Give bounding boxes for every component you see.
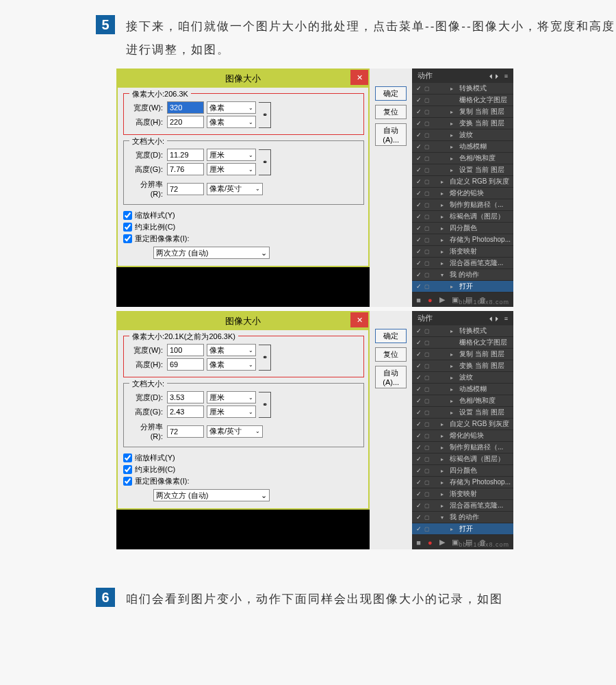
record-icon[interactable]: ● bbox=[428, 538, 433, 547]
doc-height-unit-select[interactable]: 厘米⌄ bbox=[207, 406, 256, 418]
triangle-icon: ▸ bbox=[450, 526, 457, 532]
panel-tabs-icon[interactable]: ⏴⏵ bbox=[488, 73, 500, 79]
constrain-checkbox[interactable] bbox=[123, 223, 132, 232]
stop-icon[interactable]: ■ bbox=[416, 296, 421, 304]
action-row[interactable]: ✓▢▸ 复制 当前 图层 bbox=[412, 349, 513, 360]
action-label: ▸ 自定义 RGB 到灰度 bbox=[431, 177, 511, 186]
doc-height-input[interactable] bbox=[167, 406, 204, 418]
action-dialog-icon: ▢ bbox=[423, 328, 431, 334]
record-icon[interactable]: ● bbox=[428, 296, 433, 304]
interpolation-select[interactable]: 两次立方 (自动)⌄ bbox=[153, 489, 270, 501]
action-row[interactable]: ✓▢▸ 打开 bbox=[412, 523, 513, 535]
height-unit-select[interactable]: 像素⌄ bbox=[207, 116, 256, 128]
folder-icon[interactable]: ▣ bbox=[452, 295, 459, 304]
play-icon[interactable]: ▶ bbox=[439, 538, 445, 547]
action-row[interactable]: ✓▢▸ 棕褐色调（图层） bbox=[412, 211, 513, 223]
action-row[interactable]: ✓▢▸ 动感模糊 bbox=[412, 141, 513, 153]
constrain-checkbox[interactable] bbox=[123, 465, 132, 474]
action-row[interactable]: ✓▢▸ 熔化的铅块 bbox=[412, 188, 513, 199]
action-row[interactable]: ✓▢▸ 色相/饱和度 bbox=[412, 153, 513, 164]
panel-tabs-icon[interactable]: ⏴⏵ bbox=[488, 315, 500, 322]
action-row[interactable]: ✓▢ 栅格化文字图层 bbox=[412, 337, 513, 349]
action-label: ▸ 复制 当前 图层 bbox=[431, 349, 511, 359]
action-row[interactable]: ✓▢▸ 混合器画笔克隆... bbox=[412, 258, 513, 269]
action-row[interactable]: ✓▢▸ 制作剪贴路径（... bbox=[412, 199, 513, 211]
action-row[interactable]: ✓▢▾ 我 的动作 bbox=[412, 512, 513, 523]
action-row[interactable]: ✓▢ 栅格化文字图层 bbox=[412, 95, 513, 106]
action-row[interactable]: ✓▢▸ 棕褐色调（图层） bbox=[412, 453, 513, 465]
action-row[interactable]: ✓▢▸ 制作剪贴路径（... bbox=[412, 442, 513, 453]
action-row[interactable]: ✓▢▸ 打开 bbox=[412, 281, 513, 292]
action-check-icon: ✓ bbox=[415, 213, 423, 220]
action-row[interactable]: ✓▢▸ 色相/饱和度 bbox=[412, 395, 513, 407]
action-row[interactable]: ✓▢▸ 熔化的铅块 bbox=[412, 430, 513, 442]
watermark: bbs.16xx8.com bbox=[459, 299, 509, 306]
width-input[interactable] bbox=[167, 101, 204, 114]
action-check-icon: ✓ bbox=[415, 432, 423, 439]
resolution-input[interactable] bbox=[167, 183, 204, 195]
action-row[interactable]: ✓▢▸ 自定义 RGB 到灰度 bbox=[412, 419, 513, 430]
action-row[interactable]: ✓▢▸ 转换模式 bbox=[412, 83, 513, 95]
doc-width-unit-select[interactable]: 厘米⌄ bbox=[207, 391, 256, 403]
action-label: ▸ 混合器画笔克隆... bbox=[431, 501, 511, 510]
resample-checkbox[interactable] bbox=[123, 234, 132, 243]
panel-menu-icon[interactable]: ≡ bbox=[504, 315, 508, 322]
action-row[interactable]: ✓▢▸ 设置 当前 图层 bbox=[412, 407, 513, 419]
doc-width-unit-select[interactable]: 厘米⌄ bbox=[207, 149, 256, 161]
stop-icon[interactable]: ■ bbox=[416, 538, 421, 547]
action-row[interactable]: ✓▢▸ 复制 当前 图层 bbox=[412, 106, 513, 118]
width-unit-select[interactable]: 像素⌄ bbox=[207, 101, 256, 114]
resolution-unit-select[interactable]: 像素/英寸⌄ bbox=[207, 425, 263, 438]
height-unit-select[interactable]: 像素⌄ bbox=[207, 358, 256, 371]
action-dialog-icon: ▢ bbox=[423, 398, 431, 404]
action-row[interactable]: ✓▢▸ 四分颜色 bbox=[412, 223, 513, 234]
action-row[interactable]: ✓▢▾ 我 的动作 bbox=[412, 269, 513, 281]
action-row[interactable]: ✓▢▸ 混合器画笔克隆... bbox=[412, 500, 513, 512]
scale-styles-checkbox[interactable] bbox=[123, 211, 132, 220]
ok-button[interactable]: 确定 bbox=[375, 329, 407, 343]
action-label: ▸ 转换模式 bbox=[431, 84, 511, 93]
ok-button[interactable]: 确定 bbox=[375, 86, 407, 101]
interpolation-select[interactable]: 两次立方 (自动)⌄ bbox=[153, 247, 270, 259]
action-row[interactable]: ✓▢▸ 自定义 RGB 到灰度 bbox=[412, 176, 513, 188]
action-dialog-icon: ▢ bbox=[423, 86, 431, 92]
action-row[interactable]: ✓▢▸ 渐变映射 bbox=[412, 488, 513, 500]
action-dialog-icon: ▢ bbox=[423, 421, 431, 427]
scale-styles-checkbox[interactable] bbox=[123, 453, 132, 462]
height-input[interactable] bbox=[167, 116, 204, 128]
folder-icon[interactable]: ▣ bbox=[452, 538, 459, 547]
width-unit-select[interactable]: 像素⌄ bbox=[207, 344, 256, 356]
action-row[interactable]: ✓▢▸ 渐变映射 bbox=[412, 246, 513, 258]
action-row[interactable]: ✓▢▸ 四分颜色 bbox=[412, 465, 513, 477]
height-input[interactable] bbox=[167, 358, 204, 371]
auto-button[interactable]: 自动(A)... bbox=[375, 123, 407, 146]
resolution-unit-select[interactable]: 像素/英寸⌄ bbox=[207, 183, 263, 195]
action-dialog-icon: ▢ bbox=[423, 340, 431, 346]
doc-height-unit-select[interactable]: 厘米⌄ bbox=[207, 163, 256, 175]
action-row[interactable]: ✓▢▸ 动感模糊 bbox=[412, 384, 513, 395]
close-button[interactable]: ✕ bbox=[350, 312, 368, 327]
doc-width-input[interactable] bbox=[167, 391, 204, 403]
action-row[interactable]: ✓▢▸ 设置 当前 图层 bbox=[412, 164, 513, 176]
doc-width-input[interactable] bbox=[167, 149, 204, 161]
action-row[interactable]: ✓▢▸ 转换模式 bbox=[412, 325, 513, 337]
image-size-dialog: 图像大小 ✕ 像素大小:206.3K 宽度(W): 像素⌄ 高度(H): 像素⌄ bbox=[116, 68, 370, 267]
action-row[interactable]: ✓▢▸ 波纹 bbox=[412, 372, 513, 384]
reset-button[interactable]: 复位 bbox=[375, 105, 407, 119]
resample-checkbox[interactable] bbox=[123, 477, 132, 486]
action-row[interactable]: ✓▢▸ 变换 当前 图层 bbox=[412, 360, 513, 372]
panel-menu-icon[interactable]: ≡ bbox=[504, 73, 508, 79]
resolution-input[interactable] bbox=[167, 425, 204, 438]
triangle-icon: ▸ bbox=[441, 179, 448, 185]
width-input[interactable] bbox=[167, 344, 204, 356]
reset-button[interactable]: 复位 bbox=[375, 347, 407, 362]
action-row[interactable]: ✓▢▸ 存储为 Photoshop... bbox=[412, 234, 513, 246]
doc-height-input[interactable] bbox=[167, 163, 204, 175]
action-check-icon: ✓ bbox=[415, 490, 423, 497]
auto-button[interactable]: 自动(A)... bbox=[375, 366, 407, 388]
play-icon[interactable]: ▶ bbox=[439, 295, 445, 304]
action-row[interactable]: ✓▢▸ 变换 当前 图层 bbox=[412, 118, 513, 129]
action-row[interactable]: ✓▢▸ 波纹 bbox=[412, 129, 513, 141]
action-row[interactable]: ✓▢▸ 存储为 Photoshop... bbox=[412, 477, 513, 488]
close-button[interactable]: ✕ bbox=[350, 70, 368, 85]
